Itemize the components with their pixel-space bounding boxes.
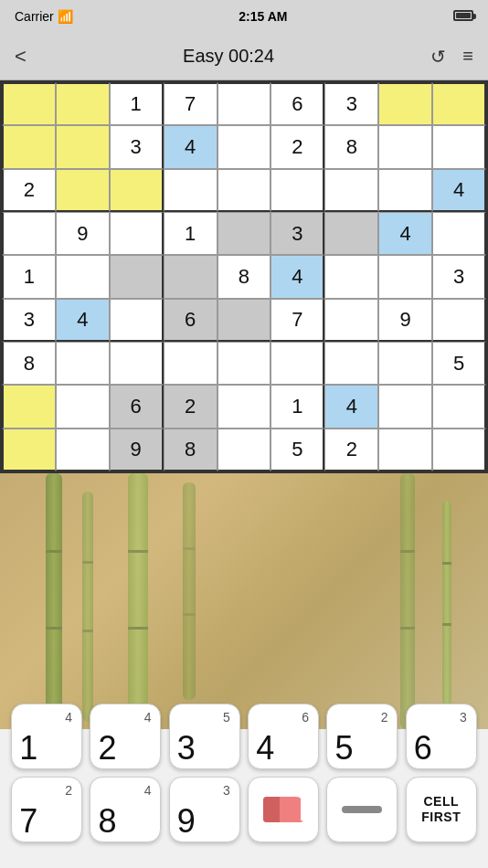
grid-cell[interactable]: 3 [271, 212, 324, 255]
grid-cell[interactable] [378, 255, 432, 298]
menu-button[interactable]: ≡ [462, 46, 473, 67]
grid-cell[interactable] [110, 342, 164, 385]
grid-cell[interactable]: 4 [432, 169, 486, 212]
grid-cell[interactable] [217, 82, 271, 125]
grid-cell[interactable]: 7 [271, 299, 324, 342]
numpad-btn-1[interactable]: 41 [11, 704, 82, 769]
grid-cell[interactable]: 6 [164, 299, 217, 342]
grid-cell[interactable]: 3 [324, 82, 378, 125]
back-button[interactable]: < [15, 45, 27, 69]
grid-cell[interactable]: 7 [164, 82, 217, 125]
grid-cell[interactable] [324, 212, 378, 255]
grid-cell[interactable]: 4 [378, 212, 432, 255]
grid-cell[interactable] [378, 125, 432, 168]
grid-cell[interactable]: 1 [110, 82, 164, 125]
grid-cell[interactable] [432, 429, 486, 471]
grid-cell[interactable] [217, 299, 271, 342]
grid-cell[interactable] [110, 255, 164, 298]
grid-cell[interactable]: 4 [164, 125, 217, 168]
bamboo-stalk-3 [128, 473, 148, 729]
numpad-btn-8[interactable]: 48 [90, 777, 161, 842]
grid-cell[interactable] [2, 212, 56, 255]
numpad-btn-3[interactable]: 53 [169, 704, 240, 769]
numpad-btn-2[interactable]: 42 [90, 704, 161, 769]
grid-cell[interactable] [217, 342, 271, 385]
grid-cell[interactable] [217, 169, 271, 212]
grid-cell[interactable] [432, 385, 486, 428]
grid-cell[interactable] [378, 82, 432, 125]
grid-cell[interactable] [2, 125, 56, 168]
grid-cell[interactable]: 8 [164, 429, 217, 471]
grid-cell[interactable]: 1 [164, 212, 217, 255]
grid-cell[interactable] [56, 255, 110, 298]
numpad-btn-7[interactable]: 27 [11, 777, 82, 842]
grid-cell[interactable] [378, 429, 432, 471]
grid-cell[interactable] [56, 169, 110, 212]
grid-cell[interactable] [378, 385, 432, 428]
numpad-btn-9[interactable]: 39 [169, 777, 240, 842]
grid-cell[interactable]: 6 [110, 385, 164, 428]
grid-cell[interactable]: 4 [271, 255, 324, 298]
status-time: 2:15 AM [239, 9, 287, 24]
grid-cell[interactable] [56, 342, 110, 385]
numpad-btn-6[interactable]: 36 [406, 704, 477, 769]
grid-cell[interactable]: 2 [324, 429, 378, 471]
dash-button[interactable] [326, 777, 398, 842]
grid-cell[interactable]: 1 [271, 385, 324, 428]
grid-cell[interactable]: 3 [2, 299, 56, 342]
undo-button[interactable]: ↺ [430, 46, 446, 68]
grid-cell[interactable]: 5 [271, 429, 324, 471]
numpad-btn-4[interactable]: 64 [248, 704, 319, 769]
grid-cell[interactable] [271, 169, 324, 212]
grid-cell[interactable] [56, 125, 110, 168]
grid-cell[interactable] [56, 385, 110, 428]
grid-cell[interactable] [164, 255, 217, 298]
grid-cell[interactable]: 1 [2, 255, 56, 298]
grid-cell[interactable] [56, 429, 110, 471]
grid-cell[interactable] [432, 82, 486, 125]
grid-cell[interactable] [378, 342, 432, 385]
grid-cell[interactable] [324, 299, 378, 342]
numpad-btn-5[interactable]: 25 [326, 704, 398, 769]
grid-cell[interactable] [110, 169, 164, 212]
grid-cell[interactable] [324, 255, 378, 298]
grid-cell[interactable]: 8 [324, 125, 378, 168]
grid-cell[interactable]: 3 [432, 255, 486, 298]
grid-cell[interactable] [56, 82, 110, 125]
grid-cell[interactable]: 3 [110, 125, 164, 168]
grid-cell[interactable] [378, 169, 432, 212]
sudoku-grid: 176334282491341843346798562149852 [0, 80, 488, 473]
grid-cell[interactable] [432, 299, 486, 342]
grid-cell[interactable]: 2 [271, 125, 324, 168]
grid-cell[interactable]: 4 [56, 299, 110, 342]
grid-cell[interactable]: 8 [2, 342, 56, 385]
grid-cell[interactable]: 4 [324, 385, 378, 428]
grid-cell[interactable] [432, 125, 486, 168]
grid-cell[interactable] [217, 429, 271, 471]
grid-cell[interactable] [164, 342, 217, 385]
grid-cell[interactable] [110, 299, 164, 342]
cell-first-button[interactable]: CellFirst [406, 777, 477, 842]
grid-cell[interactable] [324, 169, 378, 212]
grid-cell[interactable]: 9 [110, 429, 164, 471]
grid-cell[interactable] [2, 82, 56, 125]
grid-cell[interactable] [110, 212, 164, 255]
grid-cell[interactable]: 2 [164, 385, 217, 428]
grid-cell[interactable] [164, 169, 217, 212]
grid-cell[interactable] [217, 125, 271, 168]
eraser-button[interactable] [248, 777, 319, 842]
grid-cell[interactable]: 9 [378, 299, 432, 342]
grid-cell[interactable]: 6 [271, 82, 324, 125]
grid-cell[interactable]: 9 [56, 212, 110, 255]
grid-cell[interactable] [324, 342, 378, 385]
grid-cell[interactable] [432, 212, 486, 255]
grid-cell[interactable]: 2 [2, 169, 56, 212]
grid-cell[interactable] [271, 342, 324, 385]
grid-cell[interactable] [2, 385, 56, 428]
grid-cell[interactable] [217, 212, 271, 255]
grid-cell[interactable]: 8 [217, 255, 271, 298]
grid-cell[interactable]: 5 [432, 342, 486, 385]
grid-cell[interactable] [217, 385, 271, 428]
grid-cell[interactable] [2, 429, 56, 471]
nav-right: ↺ ≡ [430, 46, 473, 68]
